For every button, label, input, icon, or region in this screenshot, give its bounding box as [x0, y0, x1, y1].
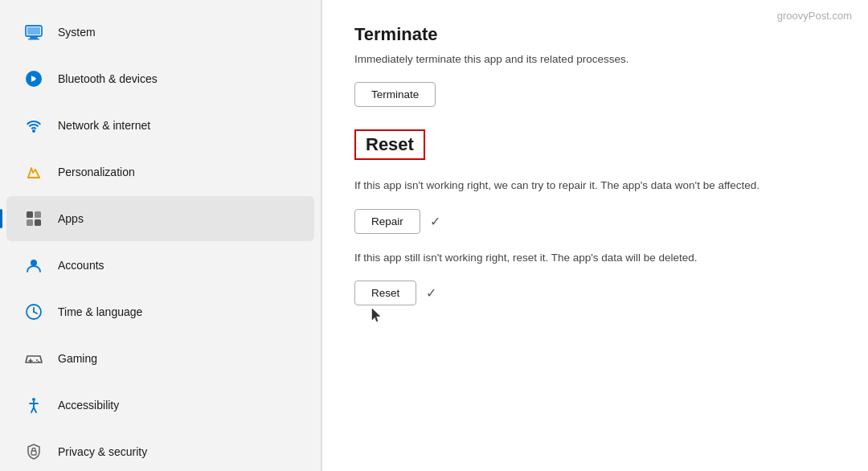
- svg-rect-2: [28, 39, 39, 40]
- system-icon: [23, 21, 45, 43]
- sidebar-item-time[interactable]: Time & language: [6, 289, 314, 334]
- svg-rect-8: [35, 211, 41, 218]
- sidebar-label-personalization: Personalization: [58, 166, 135, 178]
- accounts-icon: [23, 254, 45, 276]
- sidebar-item-system[interactable]: System: [6, 10, 314, 55]
- svg-point-5: [32, 129, 35, 133]
- cursor-icon: [371, 307, 383, 323]
- svg-line-23: [34, 408, 36, 412]
- sidebar-item-personalization[interactable]: Personalization: [6, 149, 314, 195]
- sidebar-item-accounts[interactable]: Accounts: [6, 243, 314, 288]
- svg-point-17: [36, 359, 38, 361]
- repair-description: If this app isn't working right, we can …: [354, 178, 836, 194]
- repair-button[interactable]: Repair: [354, 209, 420, 234]
- reset-title: Reset: [354, 129, 425, 160]
- reset-section: Reset If this app isn't working right, w…: [354, 129, 836, 326]
- svg-rect-3: [27, 27, 40, 35]
- svg-rect-24: [31, 451, 36, 455]
- sidebar-item-privacy[interactable]: Privacy & security: [6, 429, 314, 471]
- sidebar-label-privacy: Privacy & security: [58, 445, 147, 458]
- reset-checkmark: ✓: [426, 285, 436, 301]
- network-icon: [23, 114, 45, 137]
- terminate-description: Immediately terminate this app and its r…: [354, 51, 836, 68]
- personalization-icon: [23, 161, 45, 183]
- svg-line-14: [34, 312, 37, 313]
- gaming-icon: [23, 347, 45, 370]
- cursor-indicator: [371, 307, 836, 326]
- sidebar-label-gaming: Gaming: [58, 352, 97, 365]
- svg-rect-9: [27, 219, 33, 226]
- svg-rect-1: [30, 37, 38, 39]
- reset-row: Reset ✓: [354, 281, 836, 305]
- sidebar: System Bluetooth & devices Network & int…: [0, 0, 321, 471]
- svg-rect-7: [27, 211, 33, 218]
- sidebar-label-apps: Apps: [58, 212, 84, 225]
- svg-point-19: [32, 398, 35, 401]
- sidebar-item-accessibility[interactable]: Accessibility: [6, 383, 314, 428]
- bluetooth-icon: [23, 68, 45, 90]
- terminate-title: Terminate: [354, 24, 836, 45]
- repair-row: Repair ✓: [354, 209, 836, 234]
- sidebar-label-network: Network & internet: [58, 119, 150, 132]
- sidebar-label-bluetooth: Bluetooth & devices: [58, 72, 158, 85]
- terminate-section: Terminate Immediately terminate this app…: [354, 24, 836, 129]
- svg-point-11: [31, 260, 37, 266]
- repair-checkmark: ✓: [430, 214, 440, 229]
- sidebar-item-gaming[interactable]: Gaming: [6, 336, 314, 381]
- privacy-icon: [23, 440, 45, 463]
- accessibility-icon: [23, 394, 45, 416]
- sidebar-item-bluetooth[interactable]: Bluetooth & devices: [6, 56, 314, 101]
- svg-point-18: [38, 361, 39, 362]
- svg-rect-10: [35, 219, 41, 226]
- terminate-button[interactable]: Terminate: [354, 82, 436, 107]
- watermark: groovyPost.com: [777, 10, 852, 22]
- sidebar-label-accessibility: Accessibility: [58, 399, 119, 412]
- reset-button[interactable]: Reset: [354, 281, 416, 305]
- sidebar-label-time: Time & language: [58, 305, 142, 318]
- time-icon: [23, 301, 45, 323]
- sidebar-label-accounts: Accounts: [58, 259, 104, 272]
- sidebar-label-system: System: [58, 26, 96, 39]
- sidebar-item-apps[interactable]: Apps: [6, 196, 314, 241]
- main-content: groovyPost.com Terminate Immediately ter…: [322, 0, 868, 471]
- reset-description: If this app still isn't working right, r…: [354, 250, 836, 266]
- sidebar-item-network[interactable]: Network & internet: [6, 103, 314, 148]
- apps-icon: [23, 207, 45, 230]
